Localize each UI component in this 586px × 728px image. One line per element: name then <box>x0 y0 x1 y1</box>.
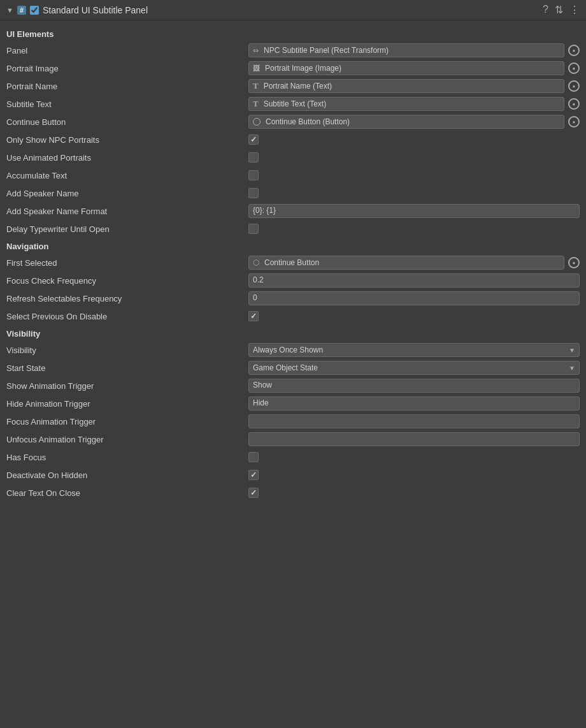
label-subtitle-text: Subtitle Text <box>6 99 248 109</box>
chevron-down-icon-2: ▼ <box>569 365 575 372</box>
checkbox-clear-text-on-close[interactable] <box>248 488 259 498</box>
field-row-portrait-name: Portrait Name T Portrait Name (Text) <box>0 77 586 95</box>
label-visibility: Visibility <box>6 346 248 355</box>
field-row-has-focus: Has Focus <box>0 448 586 466</box>
field-row-use-animated: Use Animated Portraits <box>0 149 586 166</box>
first-selected-select-dot[interactable] <box>568 257 580 268</box>
menu-icon[interactable]: ⋮ <box>569 4 580 16</box>
panel-ref-text: NPC Subtitle Panel (Rect Transform) <box>264 46 389 55</box>
portrait-name-ref-text: Portrait Name (Text) <box>264 82 332 91</box>
label-add-speaker-name: Add Speaker Name <box>6 189 248 198</box>
panel-select-dot[interactable] <box>568 45 580 56</box>
value-show-anim-trigger: Show <box>248 379 580 393</box>
checkbox-only-show-npc[interactable] <box>248 135 259 145</box>
subtitle-text-select-dot[interactable] <box>568 98 580 110</box>
value-hide-anim-trigger: Hide <box>248 397 580 411</box>
label-start-state: Start State <box>6 363 248 373</box>
input-focus-check-freq[interactable]: 0.2 <box>248 273 580 288</box>
portrait-image-object-ref[interactable]: 🖼 Portrait Image (Image) <box>248 61 564 75</box>
value-panel: ⇔ NPC Subtitle Panel (Rect Transform) <box>248 43 580 57</box>
label-delay-typewriter: Delay Typewriter Until Open <box>6 224 248 234</box>
field-row-focus-anim-trigger: Focus Animation Trigger <box>0 412 586 430</box>
checkbox-accumulate-text[interactable] <box>248 170 259 180</box>
label-speaker-format: Add Speaker Name Format <box>6 207 248 216</box>
field-row-continue-button: Continue Button Continue Button (Button) <box>0 113 586 131</box>
label-use-animated: Use Animated Portraits <box>6 153 248 163</box>
image-icon: 🖼 <box>253 64 260 72</box>
input-unfocus-anim-trigger[interactable] <box>248 432 580 446</box>
value-first-selected: ⬡ Continue Button <box>248 256 580 270</box>
arrows-icon: ⇔ <box>253 47 259 55</box>
field-row-focus-check-freq: Focus Check Frequency 0.2 <box>0 272 586 289</box>
input-focus-anim-trigger[interactable] <box>248 414 580 428</box>
portrait-image-ref-text: Portrait Image (Image) <box>265 64 341 73</box>
subtitle-text-ref-text: Subtitle Text (Text) <box>264 99 326 108</box>
text-icon-1: T <box>253 81 259 91</box>
field-row-select-prev-disable: Select Previous On Disable <box>0 307 586 325</box>
value-portrait-name: T Portrait Name (Text) <box>248 79 580 93</box>
checkbox-add-speaker-name[interactable] <box>248 188 259 198</box>
checkbox-select-prev-disable[interactable] <box>248 311 259 321</box>
section-visibility: Visibility <box>0 325 586 341</box>
section-ui-elements: UI Elements <box>0 25 586 41</box>
panel-object-ref[interactable]: ⇔ NPC Subtitle Panel (Rect Transform) <box>248 43 564 57</box>
value-refresh-selectables: 0 <box>248 291 580 305</box>
label-portrait-image: Portrait Image <box>6 64 248 73</box>
value-select-prev-disable <box>248 311 580 321</box>
collapse-arrow[interactable]: ▼ <box>6 6 13 14</box>
portrait-name-object-ref[interactable]: T Portrait Name (Text) <box>248 79 564 93</box>
component-enable-checkbox[interactable] <box>30 6 39 15</box>
settings-icon[interactable]: ⇅ <box>555 4 563 16</box>
field-row-delay-typewriter: Delay Typewriter Until Open <box>0 220 586 238</box>
label-select-prev-disable: Select Previous On Disable <box>6 312 248 321</box>
continue-button-select-dot[interactable] <box>568 116 580 127</box>
field-row-visibility: Visibility Always Once Shown ▼ <box>0 341 586 359</box>
field-row-portrait-image: Portrait Image 🖼 Portrait Image (Image) <box>0 59 586 77</box>
input-speaker-format[interactable]: {0}: {1} <box>248 204 580 218</box>
field-row-subtitle-text: Subtitle Text T Subtitle Text (Text) <box>0 95 586 113</box>
input-show-anim-trigger[interactable]: Show <box>248 379 580 393</box>
label-hide-anim-trigger: Hide Animation Trigger <box>6 399 248 409</box>
continue-button-ref-text: Continue Button (Button) <box>266 117 350 126</box>
checkbox-delay-typewriter[interactable] <box>248 224 259 234</box>
label-deactivate-on-hidden: Deactivate On Hidden <box>6 470 248 480</box>
field-row-refresh-selectables: Refresh Selectables Frequency 0 <box>0 289 586 307</box>
value-visibility: Always Once Shown ▼ <box>248 343 580 357</box>
first-selected-object-ref[interactable]: ⬡ Continue Button <box>248 256 564 270</box>
component-hash-icon: # <box>17 6 26 15</box>
dropdown-visibility-text: Always Once Shown <box>253 346 323 354</box>
label-unfocus-anim-trigger: Unfocus Animation Trigger <box>6 435 248 444</box>
circle-icon <box>253 118 261 126</box>
label-continue-button: Continue Button <box>6 117 248 127</box>
dropdown-start-state[interactable]: Game Object State ▼ <box>248 361 580 375</box>
portrait-name-select-dot[interactable] <box>568 80 580 92</box>
label-focus-check-freq: Focus Check Frequency <box>6 276 248 286</box>
value-accumulate-text <box>248 170 580 180</box>
first-selected-ref-text: Continue Button <box>264 258 319 267</box>
header-icons: ? ⇅ ⋮ <box>543 4 580 16</box>
dropdown-visibility[interactable]: Always Once Shown ▼ <box>248 343 580 357</box>
label-first-selected: First Selected <box>6 258 248 268</box>
value-has-focus <box>248 452 580 462</box>
field-row-only-show-npc: Only Show NPC Portraits <box>0 131 586 149</box>
help-icon[interactable]: ? <box>543 4 548 16</box>
continue-button-object-ref[interactable]: Continue Button (Button) <box>248 115 564 129</box>
dropdown-start-state-text: Game Object State <box>253 363 318 372</box>
field-row-accumulate-text: Accumulate Text <box>0 166 586 184</box>
checkbox-use-animated[interactable] <box>248 152 259 163</box>
checkbox-deactivate-on-hidden[interactable] <box>248 470 259 480</box>
value-speaker-format: {0}: {1} <box>248 204 580 218</box>
checkbox-has-focus[interactable] <box>248 452 259 462</box>
field-row-panel: Panel ⇔ NPC Subtitle Panel (Rect Transfo… <box>0 41 586 59</box>
field-row-speaker-format: Add Speaker Name Format {0}: {1} <box>0 202 586 220</box>
component-content: UI Elements Panel ⇔ NPC Subtitle Panel (… <box>0 20 586 507</box>
label-only-show-npc: Only Show NPC Portraits <box>6 135 248 145</box>
input-hide-anim-trigger[interactable]: Hide <box>248 397 580 411</box>
input-refresh-selectables[interactable]: 0 <box>248 291 580 305</box>
value-clear-text-on-close <box>248 488 580 498</box>
label-clear-text-on-close: Clear Text On Close <box>6 488 248 498</box>
label-refresh-selectables: Refresh Selectables Frequency <box>6 294 248 303</box>
value-add-speaker-name <box>248 188 580 198</box>
subtitle-text-object-ref[interactable]: T Subtitle Text (Text) <box>248 97 564 111</box>
portrait-image-select-dot[interactable] <box>568 62 580 74</box>
